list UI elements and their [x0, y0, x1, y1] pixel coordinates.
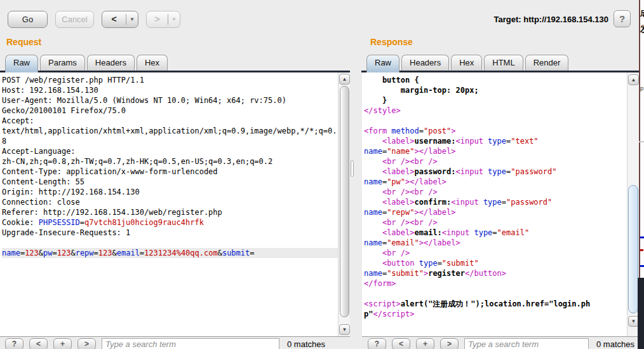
tab-raw[interactable]: Raw	[366, 55, 399, 72]
code-line: User-Agent: Mozilla/5.0 (Windows NT 10.0…	[2, 95, 350, 106]
code-line: Accept:	[2, 116, 350, 126]
go-button-label: Go	[8, 11, 47, 27]
back-arrow-label: <	[102, 11, 126, 27]
code-line: <form method="post">	[364, 126, 627, 136]
response-search-input[interactable]	[464, 338, 589, 349]
request-search-input[interactable]	[102, 338, 279, 349]
request-search-matches: 0 matches	[287, 339, 325, 349]
code-line: Content-Type: application/x-www-form-url…	[2, 167, 350, 177]
code-line	[364, 116, 627, 126]
response-search-matches: 0 matches	[596, 339, 634, 349]
tab-html[interactable]: HTML	[484, 55, 523, 71]
code-line: text/html,application/xhtml+xml,applicat…	[2, 126, 350, 136]
response-tabline	[361, 71, 639, 72]
code-line: POST /web/register.php HTTP/1.1	[2, 75, 350, 85]
forward-arrow-label: >	[147, 11, 168, 27]
code-line: <label>password:<input type="password"	[364, 167, 627, 177]
code-line: name="email"></label>	[364, 238, 627, 248]
request-code: POST /web/register.php HTTP/1.1Host: 192…	[2, 75, 350, 258]
search-plus-button[interactable]: +	[416, 338, 434, 349]
help-button[interactable]: ?	[614, 10, 631, 27]
code-line: name="pw"></label>	[364, 177, 627, 187]
go-button[interactable]: Go	[8, 11, 48, 28]
cancel-button[interactable]: Cancel	[55, 11, 94, 28]
tab-hex[interactable]: Hex	[137, 55, 168, 71]
background-window-divider	[639, 141, 644, 142]
background-window-dark-area	[638, 278, 644, 349]
code-line	[2, 238, 350, 248]
code-line: name="name"></label>	[364, 146, 627, 156]
background-window-mark	[640, 236, 644, 238]
code-line: <script>alert("注册成功！");location.href="lo…	[364, 299, 627, 309]
code-line: Upgrade-Insecure-Requests: 1	[2, 228, 350, 238]
response-search-bar: ?<+> 0 matches	[363, 337, 639, 349]
request-scrollbar[interactable]: ▲ ▼	[338, 72, 350, 337]
search-next-button[interactable]: >	[77, 338, 96, 349]
back-dropdown-arrow[interactable]: ▼	[126, 11, 138, 27]
code-line: <br />	[364, 248, 627, 258]
code-line	[364, 289, 627, 299]
target-url-label: Target: http://192.168.154.130	[445, 15, 608, 24]
search-next-button[interactable]: >	[440, 338, 459, 349]
request-scroll-thumb[interactable]	[340, 86, 349, 317]
code-line: </form>	[364, 278, 627, 289]
code-line: Connection: close	[2, 197, 350, 207]
code-line: <label>email:<input type="email"	[364, 228, 627, 238]
tab-render[interactable]: Render	[525, 55, 569, 71]
request-tabs: RawParamsHeadersHex	[5, 54, 170, 71]
search-plus-button[interactable]: +	[53, 338, 72, 349]
response-panel-title: Response	[370, 37, 413, 47]
forward-button[interactable]: > ▼	[146, 11, 180, 28]
search-help-button[interactable]: ?	[368, 338, 386, 349]
request-search-bar: ?<+> 0 matches	[0, 337, 350, 349]
panel-splitter-grip[interactable]	[351, 160, 354, 177]
response-code: button { margin-top: 20px; }</style> <fo…	[364, 75, 627, 319]
code-line: }	[364, 95, 627, 106]
code-line: <br /><br />	[364, 217, 627, 228]
request-editor[interactable]: POST /web/register.php HTTP/1.1Host: 192…	[0, 72, 350, 337]
tab-headers[interactable]: Headers	[401, 55, 449, 71]
response-viewer[interactable]: button { margin-top: 20px; }</style> <fo…	[362, 72, 639, 337]
search-prev-button[interactable]: <	[392, 338, 410, 349]
background-window-char-top: 成	[640, 8, 644, 19]
code-line: Host: 192.168.154.130	[2, 85, 350, 95]
code-line: <label>confirm:<input type="password"	[364, 197, 627, 207]
code-line: name=123&pw=123&repw=123&email=1231234%4…	[2, 248, 350, 258]
code-line: Accept-Language:	[2, 146, 350, 156]
code-line: button {	[364, 75, 627, 85]
response-scroll-thumb[interactable]	[628, 185, 638, 313]
request-tabline	[0, 71, 350, 72]
search-help-button[interactable]: ?	[5, 338, 23, 349]
code-line: zh-CN,zh;q=0.8,zh-TW;q=0.7,zh-HK;q=0.5,e…	[2, 156, 350, 167]
response-tabs: RawHeadersHexHTMLRender	[366, 54, 570, 71]
request-panel-title: Request	[6, 37, 41, 47]
code-line: margin-top: 20px;	[364, 85, 627, 95]
background-window-mark	[640, 265, 644, 267]
request-scroll-down-icon[interactable]: ▼	[339, 324, 350, 335]
code-line: name="submit">register</button>	[364, 268, 627, 278]
tab-raw[interactable]: Raw	[5, 55, 38, 72]
tab-hex[interactable]: Hex	[451, 55, 482, 71]
code-line: Referer: http://192.168.154.130/web/regi…	[2, 207, 350, 217]
background-window-small-text: p:	[640, 85, 644, 92]
request-scroll-up-icon[interactable]: ▲	[339, 74, 350, 85]
code-line: p"</script>	[364, 309, 627, 319]
tab-params[interactable]: Params	[40, 55, 85, 71]
background-window-mark	[640, 249, 643, 251]
code-line: <br /><br />	[364, 187, 627, 197]
back-button[interactable]: < ▼	[102, 11, 138, 28]
code-line: </style>	[364, 106, 627, 116]
cancel-button-label: Cancel	[56, 11, 93, 27]
code-line: name="repw"></label>	[364, 207, 627, 217]
code-line: Gecko/20100101 Firefox/75.0	[2, 106, 350, 116]
code-line: Cookie: PHPSESSID=q7vtch81ju0hciog9rauc4…	[2, 217, 350, 228]
background-window-char-bottom: 发	[640, 24, 644, 35]
tab-headers[interactable]: Headers	[87, 55, 135, 71]
code-line: <label>username:<input type="text"	[364, 136, 627, 146]
response-scroll-up-icon[interactable]: ▲	[628, 74, 639, 85]
search-prev-button[interactable]: <	[29, 338, 48, 349]
code-line: <br /><br />	[364, 156, 627, 167]
forward-dropdown-arrow[interactable]: ▼	[168, 11, 180, 27]
code-line: Origin: http://192.168.154.130	[2, 187, 350, 197]
code-line: Content-Length: 55	[2, 177, 350, 187]
